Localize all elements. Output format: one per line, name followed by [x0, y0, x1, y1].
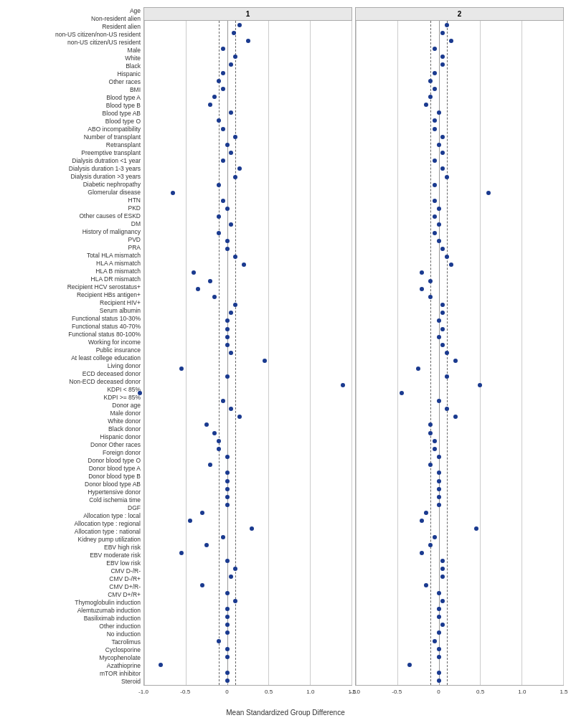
data-dot [232, 31, 236, 35]
y-label: Foreign donor [7, 449, 141, 457]
y-label: Donor blood type O [7, 457, 141, 465]
data-dot [225, 607, 230, 611]
data-dot [159, 663, 163, 667]
data-dot [449, 39, 453, 43]
data-dot [233, 567, 237, 571]
data-dot [440, 575, 445, 579]
data-dot [424, 103, 428, 107]
grid-line [268, 21, 269, 685]
y-label: Preemptive transplant [7, 149, 141, 157]
data-dot [440, 303, 445, 307]
y-label: Functional status 80-100% [7, 331, 141, 339]
y-label: BMI [7, 86, 141, 94]
data-dot [420, 270, 424, 275]
data-dot [437, 615, 441, 619]
y-label: Non-resident alien [7, 15, 141, 23]
data-dot [437, 647, 441, 651]
data-dot [225, 318, 230, 323]
y-label: Other induction [7, 623, 141, 630]
data-dot [225, 335, 230, 339]
data-dot [225, 623, 230, 627]
data-dot [233, 135, 237, 139]
data-dot [428, 79, 433, 83]
data-dot [428, 295, 433, 299]
data-dot [179, 367, 184, 371]
data-dot [221, 535, 225, 539]
data-dot [400, 391, 404, 395]
y-label: Alemtuzumab induction [7, 607, 141, 615]
data-dot [437, 207, 441, 211]
data-dot [212, 295, 217, 299]
data-dot [229, 62, 233, 67]
data-dot [437, 679, 441, 683]
data-dot [428, 422, 433, 427]
data-dot [437, 487, 441, 491]
x-tick-label: 1.0 [518, 689, 526, 695]
data-dot [433, 87, 437, 91]
data-dot [242, 263, 246, 267]
data-dot [445, 255, 449, 259]
data-dot [437, 479, 441, 483]
data-dot [433, 183, 437, 187]
y-label: Cold ischemia time [7, 496, 141, 504]
panel-1-body [144, 21, 351, 685]
data-dot [229, 351, 233, 355]
data-dot [225, 239, 230, 243]
x-tick-label: -1.0 [350, 689, 360, 695]
data-dot [416, 367, 420, 371]
data-dot [225, 455, 230, 459]
data-dot [437, 503, 441, 507]
y-label: HTN [7, 197, 141, 204]
y-label: Other races [7, 78, 141, 86]
data-dot [440, 559, 445, 563]
data-dot [453, 359, 458, 363]
data-dot [420, 551, 424, 555]
grid-line [227, 21, 228, 685]
y-label: Hispanic [7, 70, 141, 78]
data-dot [171, 191, 175, 195]
data-dot [453, 415, 458, 419]
panel-1-header: 1 [144, 8, 351, 21]
y-label: KDPI >= 85% [7, 394, 141, 402]
data-dot [212, 431, 217, 435]
data-dot [225, 207, 230, 211]
data-dot [428, 543, 433, 547]
y-label: Public insurance [7, 346, 141, 354]
y-label: Number of transplant [7, 133, 141, 141]
data-dot [440, 62, 445, 67]
x-tick-label: 0 [437, 689, 440, 695]
data-dot [486, 191, 491, 195]
y-label: Living donor [7, 362, 141, 370]
y-label: non-US citizen/non-US resident [7, 31, 141, 39]
data-dot [204, 543, 209, 547]
data-dot [437, 630, 441, 635]
y-label: mTOR inhibitor [7, 670, 141, 678]
y-label: CMV D-/R- [7, 567, 141, 575]
ref-line [235, 21, 236, 685]
y-label: EBV low risk [7, 559, 141, 567]
data-dot [225, 647, 230, 651]
y-label: Recipient HCV serostatus+ [7, 283, 141, 291]
x-tick-label: 1.0 [306, 689, 314, 695]
data-dot [225, 343, 230, 347]
data-dot [440, 327, 445, 331]
y-label: Dialysis duration >3 years [7, 173, 141, 181]
y-label: Blood type AB [7, 110, 141, 118]
y-label: History of malignancy [7, 228, 141, 236]
data-dot [437, 110, 441, 115]
data-dot [440, 55, 445, 59]
y-label: EBV high risk [7, 544, 141, 552]
y-label: Kidney pump utilization [7, 536, 141, 544]
data-dot [217, 118, 221, 123]
chart-area: AgeNon-resident alienResident aliennon-U… [7, 7, 564, 686]
grid-line [144, 21, 145, 685]
data-dot [437, 239, 441, 243]
data-dot [208, 103, 212, 107]
data-dot [440, 599, 445, 603]
data-dot [424, 511, 428, 515]
data-dot [221, 399, 225, 403]
data-dot [233, 55, 237, 59]
x-tick-label: -1.0 [138, 689, 148, 695]
data-dot [407, 663, 412, 667]
y-label: KDPI < 85% [7, 386, 141, 394]
